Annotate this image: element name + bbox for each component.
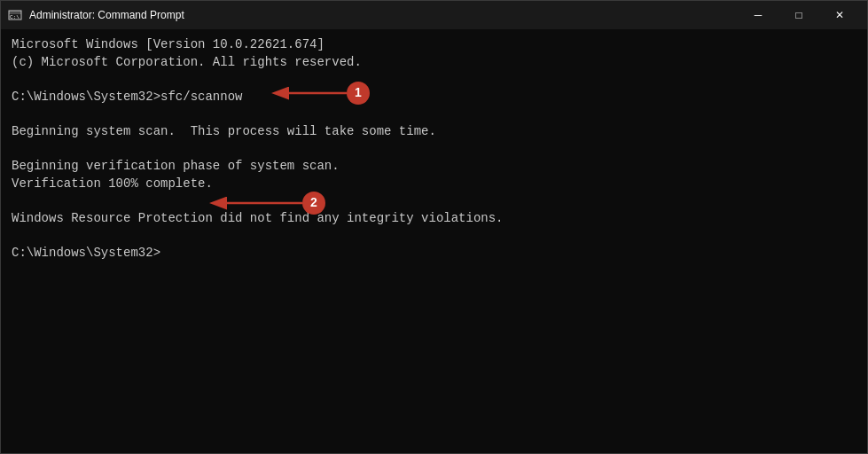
- window-icon: C:\: [8, 8, 22, 22]
- terminal-line-verification-phase: Beginning verification phase of system s…: [12, 158, 856, 176]
- window-controls: ─ □ ✕: [738, 1, 860, 29]
- close-button[interactable]: ✕: [819, 1, 860, 29]
- terminal-line-command: C:\Windows\System32>sfc/scannow: [12, 89, 856, 106]
- terminal-line-blank-5: [12, 228, 856, 246]
- terminal-line-blank-1: [12, 71, 856, 89]
- terminal-line-blank-2: [12, 106, 856, 123]
- title-bar: C:\ Administrator: Command Prompt ─ □ ✕: [1, 1, 867, 29]
- terminal-line-1: Microsoft Windows [Version 10.0.22621.67…: [12, 36, 856, 54]
- terminal-line-prompt: C:\Windows\System32>: [12, 245, 856, 262]
- terminal-line-scan: Beginning system scan. This process will…: [12, 123, 856, 141]
- terminal-line-verification-complete: Verification 100% complete.: [12, 176, 856, 193]
- command-prompt-window: C:\ Administrator: Command Prompt ─ □ ✕ …: [0, 0, 868, 454]
- window-title: Administrator: Command Prompt: [29, 9, 738, 21]
- terminal-body[interactable]: Microsoft Windows [Version 10.0.22621.67…: [1, 29, 867, 453]
- terminal-line-protection: Windows Resource Protection did not find…: [12, 210, 856, 228]
- maximize-button[interactable]: □: [778, 1, 819, 29]
- terminal-line-blank-4: [12, 192, 856, 210]
- terminal-line-2: (c) Microsoft Corporation. All rights re…: [12, 54, 856, 72]
- svg-text:C:\: C:\: [10, 14, 20, 20]
- terminal-line-blank-3: [12, 141, 856, 159]
- minimize-button[interactable]: ─: [738, 1, 778, 29]
